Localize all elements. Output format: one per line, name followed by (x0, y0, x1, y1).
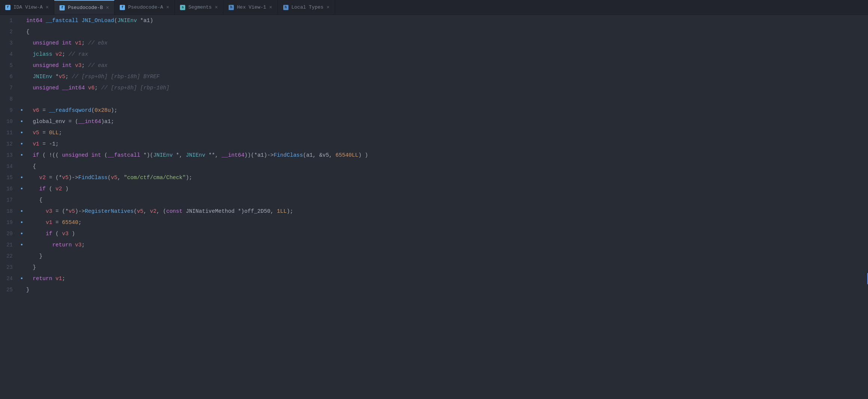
breakpoint-10[interactable] (19, 116, 25, 127)
token: JNINativeMethod *)off_2D50, (183, 208, 277, 214)
token: v3 (62, 231, 68, 237)
tab-close-pseudocode-b[interactable]: × (106, 5, 109, 11)
token: v2 (39, 175, 46, 181)
token: v1 (55, 276, 62, 282)
token: v2 (55, 186, 62, 192)
breakpoint-16[interactable] (19, 183, 25, 194)
line-number-6: 6 (0, 71, 19, 82)
token: FindClass (273, 152, 303, 158)
token: { (26, 197, 43, 203)
local-types-icon: h (283, 5, 288, 10)
tab-segments[interactable]: sSegments× (175, 0, 223, 15)
token (26, 119, 33, 125)
tab-label-segments: Segments (188, 4, 211, 10)
token: if (39, 186, 46, 192)
token: v5 (59, 74, 65, 80)
code-content-4: jclass v2; // rax (25, 49, 868, 60)
token: * (52, 74, 59, 80)
code-line-12: 12 v1 = -1; (0, 138, 868, 150)
token: v1 (46, 220, 52, 225)
tab-pseudocode-b[interactable]: fPseudocode-B× (54, 0, 114, 15)
token: ; (95, 85, 101, 91)
token (26, 141, 33, 147)
line-number-12: 12 (0, 138, 19, 150)
breakpoint-18[interactable] (19, 206, 25, 217)
token: JNIEnv (153, 152, 172, 158)
token: ( (46, 186, 55, 192)
token: ); (287, 208, 293, 214)
tab-close-hex-view-1[interactable]: × (269, 4, 272, 10)
tab-local-types[interactable]: hLocal Types× (278, 0, 335, 15)
code-content-21: return v3; (25, 239, 868, 251)
token: 65540LL (336, 152, 358, 158)
code-line-14: 14 { (0, 161, 868, 172)
breakpoint-11[interactable] (19, 127, 25, 138)
code-line-7: 7 unsigned __int64 v6; // [rsp+8h] [rbp-… (0, 82, 868, 93)
token: unsigned (33, 40, 59, 46)
token: "com/ctf/cma/Check" (124, 175, 186, 181)
token: jclass (33, 51, 52, 57)
tab-close-segments[interactable]: × (215, 4, 218, 10)
token (26, 51, 33, 57)
token (59, 62, 62, 68)
tab-close-ida-view-a[interactable]: × (46, 4, 49, 10)
tab-ida-view-a[interactable]: fIDA View-A× (0, 0, 54, 15)
breakpoint-24[interactable] (19, 273, 25, 284)
line-number-21: 21 (0, 239, 19, 251)
token: )-> (68, 175, 78, 181)
pseudocode-a-icon: f (120, 5, 125, 10)
breakpoint-19[interactable] (19, 217, 25, 228)
token: **, (205, 152, 222, 158)
line-number-24: 24 (0, 273, 19, 284)
token (72, 242, 75, 248)
token: ; (78, 220, 82, 225)
code-content-15: v2 = (*v5)->FindClass(v5, "com/ctf/cma/C… (25, 172, 868, 183)
breakpoint-15[interactable] (19, 172, 25, 183)
token: *)( (140, 152, 153, 158)
breakpoint-21[interactable] (19, 239, 25, 251)
line-number-19: 19 (0, 217, 19, 228)
token: ; (65, 74, 71, 80)
tab-close-local-types[interactable]: × (327, 4, 330, 10)
code-content-11: v5 = 0LL; (25, 127, 868, 138)
token: JNIEnv (33, 74, 52, 80)
tab-hex-view-1[interactable]: hHex View-1× (223, 0, 278, 15)
token: __int64 (78, 119, 101, 125)
token: , (117, 175, 124, 181)
code-content-17: { (25, 194, 868, 206)
code-area[interactable]: 1int64 __fastcall JNI_OnLoad(JNIEnv *a1)… (0, 15, 868, 399)
breakpoint-13[interactable] (19, 150, 25, 161)
code-line-23: 23 } (0, 262, 868, 273)
token: if (33, 152, 39, 158)
code-line-8: 8 (0, 93, 868, 105)
code-content-19: v1 = 65540; (25, 217, 868, 228)
token: = (39, 130, 49, 136)
code-line-10: 10 global_env = (__int64)a1; (0, 116, 868, 127)
code-content-12: v1 = -1; (25, 138, 868, 150)
breakpoint-9[interactable] (19, 105, 25, 116)
token: if (46, 231, 52, 237)
token: ; (62, 51, 68, 57)
token (59, 40, 62, 46)
token: int64 (26, 18, 43, 24)
breakpoint-12[interactable] (19, 138, 25, 150)
token: ); (186, 175, 192, 181)
token: ( (52, 231, 62, 237)
token (26, 186, 39, 192)
tab-close-pseudocode-a[interactable]: × (166, 4, 169, 10)
code-content-8 (25, 93, 868, 105)
token: ; (59, 130, 62, 136)
token: } (26, 253, 43, 259)
tab-label-hex-view-1: Hex View-1 (237, 4, 266, 10)
token: JNIEnv (117, 18, 137, 24)
pseudocode-b-icon: f (59, 5, 65, 10)
breakpoint-20[interactable] (19, 228, 25, 239)
tab-pseudocode-a[interactable]: fPseudocode-A× (114, 0, 175, 15)
code-line-2: 2{ (0, 26, 868, 37)
token (72, 62, 75, 68)
token (26, 85, 33, 91)
token: { (26, 163, 36, 169)
hex-view-1-icon: h (229, 5, 234, 10)
line-number-23: 23 (0, 262, 19, 273)
token (26, 107, 33, 113)
